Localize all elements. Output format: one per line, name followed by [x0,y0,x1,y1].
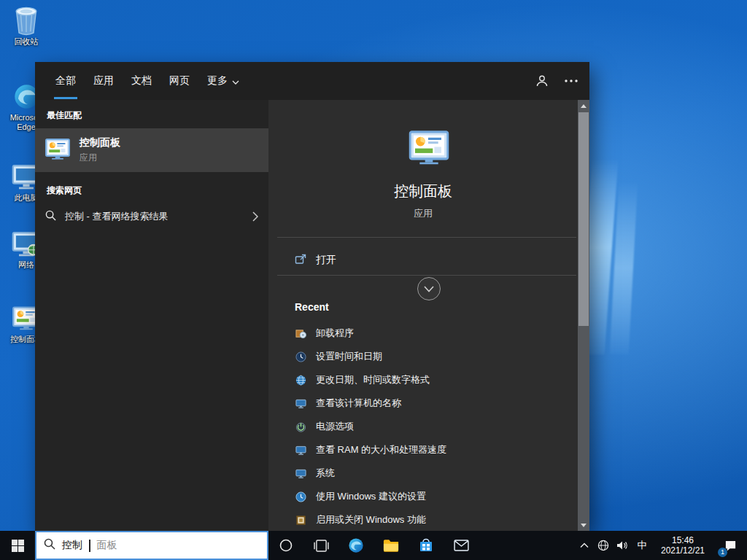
preview-subtitle: 应用 [268,207,578,220]
cortana-button[interactable] [268,531,303,560]
text-caret [89,540,90,552]
wallpaper-light-streak [610,181,638,354]
divider [277,275,576,276]
search-icon [44,538,55,553]
scrollbar[interactable] [578,100,589,531]
recent-item[interactable]: 系统 [268,462,578,485]
recent-item[interactable]: 使用 Windows 建议的设置 [268,485,578,508]
desktop-icon-label: 回收站 [15,37,39,47]
region-format-icon [295,374,306,386]
recent-item[interactable]: 卸载程序 [268,322,578,345]
web-search-text: 控制 - 查看网络搜索结果 [65,210,169,223]
start-button[interactable] [0,531,35,560]
recent-item[interactable]: 启用或关闭 Windows 功能 [268,508,578,531]
web-search-header: 搜索网页 [35,172,268,203]
tray-date: 2021/12/21 [661,545,705,556]
taskbar-file-explorer-button[interactable] [374,531,409,560]
desktop: 回收站 Microsoft Edge 此电脑 网络 控制面板 全部 应用 文档 … [0,0,747,560]
recent-item-label: 电源选项 [316,420,354,433]
open-label: 打开 [316,254,336,267]
tab-documents[interactable]: 文档 [131,62,152,100]
scroll-up-arrow[interactable] [578,100,589,112]
recent-item[interactable]: 电源选项 [268,415,578,438]
tab-label: 网页 [169,74,190,88]
preview-pane: 控制面板 应用 打开 Recent 卸载程序 [268,100,589,531]
chevron-down-icon [424,282,434,295]
open-action[interactable]: 打开 [268,248,578,273]
recent-item-label: 设置时间和日期 [316,350,382,363]
clock-icon [295,351,306,362]
search-input-typed-text: 控制 [62,539,82,552]
tab-label: 文档 [131,74,152,88]
best-match-subtitle: 应用 [80,152,120,164]
desktop-icon-recycle-bin[interactable]: 回收站 [1,6,51,47]
tab-web[interactable]: 网页 [169,62,190,100]
preview-title: 控制面板 [268,182,578,201]
tray-clock[interactable]: 15:46 2021/12/21 [652,531,713,560]
best-match-header: 最佳匹配 [35,100,268,128]
task-view-button[interactable] [303,531,338,560]
taskbar-mail-button[interactable] [444,531,479,560]
recent-item[interactable]: 查看该计算机的名称 [268,392,578,415]
notification-badge: 1 [718,548,727,557]
search-flyout: 全部 应用 文档 网页 更多 最佳匹配 [35,62,589,531]
recent-item[interactable]: 查看 RAM 的大小和处理器速度 [268,438,578,462]
recent-item-label: 启用或关闭 Windows 功能 [316,513,426,526]
taskbar: 控制 面板 [0,531,747,560]
chevron-down-icon [232,75,239,87]
recent-item[interactable]: 设置时间和日期 [268,345,578,368]
search-results-column: 最佳匹配 控制面板 应用 搜索网页 控制 - 查看网络搜索结果 [35,100,268,531]
user-icon[interactable] [535,62,549,100]
uninstall-program-icon [295,327,306,339]
recycle-bin-icon [13,6,39,35]
tabs-spacer [257,62,519,100]
tab-more[interactable]: 更多 [207,62,239,100]
power-options-icon [295,421,306,432]
search-icon [45,210,56,223]
recent-list: 卸载程序 设置时间和日期 更改日期、时间或数字格式 查看该计算机的名称 [268,322,578,531]
search-input-suggestion-text: 面板 [97,539,117,552]
best-match-title: 控制面板 [80,136,120,149]
tray-show-hidden-icons-button[interactable] [575,531,594,560]
recent-item-label: 查看该计算机的名称 [316,397,401,410]
best-match-item[interactable]: 控制面板 应用 [35,128,268,172]
recent-item-label: 查看 RAM 的大小和处理器速度 [316,443,446,456]
web-search-item[interactable]: 控制 - 查看网络搜索结果 [35,203,268,230]
taskbar-store-button[interactable] [409,531,444,560]
tray-ime-indicator[interactable]: 中 [632,531,652,560]
recent-item[interactable]: 更改日期、时间或数字格式 [268,368,578,392]
system-icon [295,467,306,479]
system-tray: 中 15:46 2021/12/21 1 [575,531,747,560]
recent-item-label: 卸载程序 [316,327,354,340]
divider [277,237,576,238]
tray-volume-icon[interactable] [613,531,632,560]
windows-features-icon [295,514,306,526]
chevron-right-icon [252,211,258,222]
tab-apps[interactable]: 应用 [93,62,114,100]
control-panel-icon-large [409,131,449,168]
control-panel-icon [45,139,70,163]
expand-button[interactable] [417,277,441,300]
tab-label: 全部 [55,74,76,88]
scrollbar-thumb[interactable] [578,112,589,326]
ram-info-icon [295,444,306,456]
tab-label: 应用 [93,74,114,88]
scroll-down-arrow[interactable] [578,519,589,531]
computer-name-icon [295,397,306,409]
tray-network-icon[interactable] [594,531,613,560]
taskbar-search-box[interactable]: 控制 面板 [35,531,268,560]
desktop-icon-label: 网络 [18,260,34,270]
recommended-settings-icon [295,491,306,502]
taskbar-edge-button[interactable] [338,531,374,560]
open-icon [295,254,306,268]
search-tabs: 全部 应用 文档 网页 更多 [35,62,589,100]
ellipsis-icon[interactable] [565,62,578,100]
action-center-button[interactable]: 1 [713,531,747,560]
recent-item-label: 更改日期、时间或数字格式 [316,373,430,386]
tray-time: 15:46 [672,535,694,545]
tab-label: 更多 [207,74,228,88]
recent-header: Recent [295,301,329,313]
tab-all[interactable]: 全部 [55,62,76,100]
recent-item-label: 系统 [316,467,335,480]
recent-item-label: 使用 Windows 建议的设置 [316,490,426,503]
